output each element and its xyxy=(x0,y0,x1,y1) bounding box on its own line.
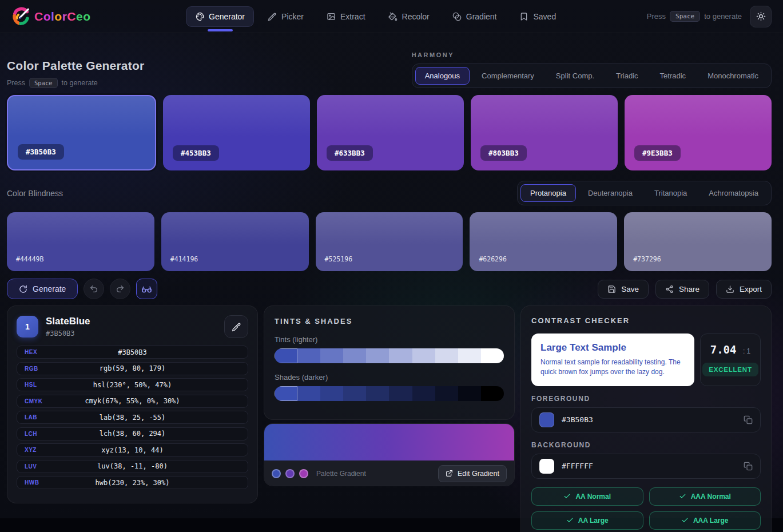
shade-segment[interactable] xyxy=(389,386,412,401)
foreground-color-input[interactable]: #3B50B3 xyxy=(531,407,761,432)
image-icon xyxy=(327,12,336,21)
tint-segment[interactable] xyxy=(481,348,504,363)
copy-foreground-button[interactable] xyxy=(744,415,753,424)
nav-tab-extract[interactable]: Extract xyxy=(317,6,375,27)
shade-segment[interactable] xyxy=(481,386,504,401)
swatch-hex-label[interactable]: #633BB3 xyxy=(327,145,373,161)
harmony-tab-analogous[interactable]: Analogous xyxy=(415,67,470,85)
share-button[interactable]: Share xyxy=(655,280,709,299)
generate-label: Generate xyxy=(33,284,66,293)
shade-segment[interactable] xyxy=(366,386,389,401)
shades-strip xyxy=(275,386,504,401)
nav-tab-generator[interactable]: Generator xyxy=(186,6,254,27)
color-value-row[interactable]: RGBrgb(59, 80, 179) xyxy=(17,362,248,375)
harmony-tab-tetradic[interactable]: Tetradic xyxy=(650,67,696,85)
swatch-hex-label[interactable]: #803BB3 xyxy=(480,145,527,161)
harmony-tab-monochromatic[interactable]: Monochromatic xyxy=(698,67,768,85)
color-value-row[interactable]: HEX#3B50B3 xyxy=(17,346,248,359)
tint-segment[interactable] xyxy=(435,348,458,363)
contrast-sample-row: Large Text Sample Normal text sample for… xyxy=(531,334,761,386)
shade-segment[interactable] xyxy=(320,386,343,401)
tint-segment[interactable] xyxy=(343,348,366,363)
tint-segment[interactable] xyxy=(320,348,343,363)
background-color-input[interactable]: #FFFFFF xyxy=(531,454,761,479)
color-value-row[interactable]: HWBhwb(230, 23%, 30%) xyxy=(17,476,248,489)
download-icon xyxy=(726,285,734,293)
harmony-tab-complementary[interactable]: Complementary xyxy=(472,67,544,85)
gradient-stop-dot[interactable] xyxy=(285,469,295,478)
value-format-label: CMYK xyxy=(25,398,42,404)
tint-segment[interactable] xyxy=(275,348,297,363)
palette-swatch[interactable]: #803BB3 xyxy=(471,95,618,170)
theme-toggle-button[interactable] xyxy=(750,6,772,27)
swatch-hex-label[interactable]: #9E3BB3 xyxy=(634,145,681,161)
blindness-swatch[interactable]: #737296 xyxy=(624,212,772,271)
swatch-hex-label[interactable]: #3B50B3 xyxy=(18,144,64,160)
palette-swatch[interactable]: #453BB3 xyxy=(163,95,310,170)
title-harmony-row: Color Palette Generator Press Space to g… xyxy=(7,51,772,88)
save-button[interactable]: Save xyxy=(598,280,649,299)
generate-button[interactable]: Generate xyxy=(7,279,78,299)
nav-tab-recolor[interactable]: Recolor xyxy=(379,6,439,27)
harmony-tab-triadic[interactable]: Triadic xyxy=(606,67,648,85)
brand-logo[interactable]: ColorCeo xyxy=(11,7,91,26)
blindness-tab-protanopia[interactable]: Protanopia xyxy=(520,184,576,202)
color-detail-card: 1 SlateBlue #3B50B3 HEX#3B50B3 RGBrgb(59… xyxy=(7,305,258,503)
blindness-tab-deuteranopia[interactable]: Deuteranopia xyxy=(578,184,642,202)
palette-swatch[interactable]: #9E3BB3 xyxy=(625,95,772,170)
blindness-swatch[interactable]: #525196 xyxy=(316,212,463,271)
shade-segment[interactable] xyxy=(275,386,297,401)
color-value-row[interactable]: LABlab(38, 25, -55) xyxy=(17,411,248,424)
export-button[interactable]: Export xyxy=(716,280,772,299)
blend-circles-icon xyxy=(452,12,462,21)
color-value-row[interactable]: CMYKcmyk(67%, 55%, 0%, 30%) xyxy=(17,395,248,408)
nav-tab-picker[interactable]: Picker xyxy=(259,6,313,27)
eyedropper-button[interactable] xyxy=(224,315,248,338)
copy-background-button[interactable] xyxy=(744,462,753,471)
tint-segment[interactable] xyxy=(366,348,389,363)
gradient-name: Palette Gradient xyxy=(316,470,366,478)
shade-segment[interactable] xyxy=(458,386,481,401)
edit-gradient-button[interactable]: Edit Gradient xyxy=(438,465,507,482)
tint-segment[interactable] xyxy=(297,348,320,363)
color-value-row[interactable]: XYZxyz(13, 10, 44) xyxy=(17,443,248,456)
color-value-row[interactable]: LCHlch(38, 60, 294) xyxy=(17,427,248,440)
gradient-stop-dot[interactable] xyxy=(299,469,308,478)
tint-segment[interactable] xyxy=(458,348,481,363)
shade-segment[interactable] xyxy=(435,386,458,401)
blindness-tab-tritanopia[interactable]: Tritanopia xyxy=(645,184,697,202)
undo-button[interactable] xyxy=(84,279,104,299)
shade-segment[interactable] xyxy=(297,386,320,401)
color-value-row[interactable]: HSLhsl(230°, 50%, 47%) xyxy=(17,378,248,391)
tints-strip xyxy=(275,348,504,363)
palette-swatch[interactable]: #633BB3 xyxy=(317,95,464,170)
value-text: hwb(230, 23%, 30%) xyxy=(95,479,169,487)
swatch-hex-label[interactable]: #453BB3 xyxy=(173,145,219,161)
nav-tab-saved[interactable]: Saved xyxy=(510,6,565,27)
palette-swatch[interactable]: #3B50B3 xyxy=(7,95,156,170)
nav-tab-label: Gradient xyxy=(466,12,497,21)
tint-segment[interactable] xyxy=(389,348,412,363)
wcag-label: AAA Large xyxy=(693,517,729,525)
nav-tab-gradient[interactable]: Gradient xyxy=(443,6,506,27)
check-icon xyxy=(563,493,571,500)
blindness-swatch[interactable]: #414196 xyxy=(161,212,309,271)
blindness-swatch[interactable]: #626296 xyxy=(470,212,617,271)
blindness-swatch[interactable]: #44449B xyxy=(7,212,154,271)
wcag-label: AAA Normal xyxy=(691,493,731,501)
shade-segment[interactable] xyxy=(343,386,366,401)
shade-segment[interactable] xyxy=(412,386,435,401)
tint-segment[interactable] xyxy=(412,348,435,363)
redo-button[interactable] xyxy=(110,279,130,299)
value-format-label: HWB xyxy=(25,479,39,486)
harmony-tab-split-comp[interactable]: Split Comp. xyxy=(546,67,604,85)
shades-label: Shades (darker) xyxy=(275,373,504,382)
value-text: luv(38, -11, -80) xyxy=(97,462,168,470)
blindness-simulation-toggle[interactable] xyxy=(136,279,157,299)
blindness-tab-achromatopsia[interactable]: Achromatopsia xyxy=(699,184,768,202)
tints-label: Tints (lighter) xyxy=(275,335,504,344)
save-label: Save xyxy=(621,285,639,293)
color-value-row[interactable]: LUVluv(38, -11, -80) xyxy=(17,460,248,473)
gradient-stop-dot[interactable] xyxy=(272,469,281,478)
background-swatch xyxy=(539,459,554,474)
